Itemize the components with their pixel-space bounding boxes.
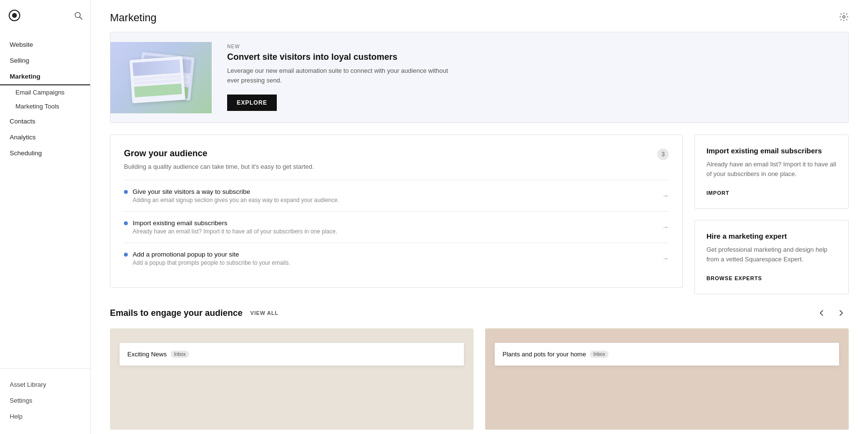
- page-title: Marketing: [110, 12, 157, 24]
- hero-badge: NEW: [227, 44, 833, 49]
- sidebar-item-website[interactable]: Website: [0, 37, 90, 53]
- email-cards-list: Exciting News Inbox Plants and pots for …: [110, 328, 849, 430]
- emails-title-row: Emails to engage your audience VIEW ALL: [110, 308, 279, 318]
- sidebar-item-selling[interactable]: Selling: [0, 53, 90, 68]
- sidebar-item-scheduling[interactable]: Scheduling: [0, 145, 90, 161]
- dot-icon-2: [124, 253, 128, 257]
- arrow-icon-1: →: [662, 223, 669, 231]
- import-button[interactable]: IMPORT: [706, 190, 730, 196]
- inbox-badge-1: Inbox: [590, 351, 608, 358]
- svg-point-1: [12, 13, 17, 18]
- grow-description: Building a quality audience can take tim…: [124, 163, 669, 170]
- dot-icon-1: [124, 221, 128, 225]
- app-logo[interactable]: [8, 9, 21, 24]
- import-subscribers-card: Import existing email subscribers Alread…: [694, 135, 849, 209]
- import-card-title: Import existing email subscribers: [706, 147, 837, 155]
- grow-audience-card: Grow your audience 3 Building a quality …: [110, 135, 683, 288]
- sidebar-item-marketing[interactable]: Marketing: [0, 68, 90, 85]
- nav-arrows: [814, 305, 849, 321]
- sidebar-item-asset-library[interactable]: Asset Library: [0, 377, 90, 393]
- inbox-badge-0: Inbox: [171, 351, 189, 358]
- grow-count-badge: 3: [657, 149, 669, 160]
- expert-card-title: Hire a marketing expert: [706, 232, 837, 240]
- hero-headline: Convert site visitors into loyal custome…: [227, 52, 833, 62]
- main-content-area: Marketing: [91, 0, 868, 434]
- expert-card-desc: Get professional marketing and design he…: [706, 245, 837, 264]
- sidebar-top: [0, 0, 90, 33]
- main-header: Marketing: [91, 0, 868, 32]
- grow-item-desc-0: Adding an email signup section gives you…: [133, 197, 339, 203]
- emails-title: Emails to engage your audience: [110, 308, 243, 318]
- sidebar-item-settings[interactable]: Settings: [0, 393, 90, 408]
- grow-item-1[interactable]: Import existing email subscribers Alread…: [124, 211, 669, 243]
- arrow-icon-2: →: [662, 255, 669, 262]
- explore-button[interactable]: EXPLORE: [227, 95, 277, 111]
- emails-header: Emails to engage your audience VIEW ALL: [110, 305, 849, 321]
- sidebar: Website Selling Marketing Email Campaign…: [0, 0, 91, 434]
- search-icon[interactable]: [74, 11, 82, 22]
- prev-arrow-button[interactable]: [814, 305, 829, 321]
- email-card-0[interactable]: Exciting News Inbox: [110, 328, 474, 430]
- email-card-1[interactable]: Plants and pots for your home Inbox: [485, 328, 849, 430]
- grow-item-2[interactable]: Add a promotional popup to your site Add…: [124, 243, 669, 274]
- sidebar-item-help[interactable]: Help: [0, 408, 90, 424]
- sidebar-item-marketing-tools[interactable]: Marketing Tools: [0, 99, 90, 113]
- hire-expert-card: Hire a marketing expert Get professional…: [694, 220, 849, 294]
- import-card-desc: Already have an email list? Import it to…: [706, 160, 837, 178]
- sidebar-item-contacts[interactable]: Contacts: [0, 113, 90, 129]
- sidebar-bottom: Asset Library Settings Help: [0, 368, 90, 434]
- main-content: NEW Convert site visitors into loyal cus…: [91, 32, 868, 434]
- sidebar-nav: Website Selling Marketing Email Campaign…: [0, 33, 90, 368]
- two-column-section: Grow your audience 3 Building a quality …: [110, 135, 849, 294]
- grow-title: Grow your audience: [124, 149, 207, 159]
- grow-audience-column: Grow your audience 3 Building a quality …: [110, 135, 683, 294]
- grow-item-title-0: Give your site visitors a way to subscri…: [133, 188, 339, 195]
- browse-experts-button[interactable]: BROWSE EXPERTS: [706, 275, 762, 281]
- grow-item-desc-2: Add a popup that prompts people to subsc…: [133, 259, 290, 266]
- hero-text: NEW Convert site visitors into loyal cus…: [212, 32, 848, 122]
- sidebar-item-analytics[interactable]: Analytics: [0, 129, 90, 145]
- email-card-label-1: Plants and pots for your home: [502, 351, 586, 358]
- hero-subtext: Leverage our new email automation suite …: [227, 66, 459, 85]
- hero-banner: NEW Convert site visitors into loyal cus…: [110, 32, 849, 123]
- emails-section: Emails to engage your audience VIEW ALL: [110, 305, 849, 430]
- grow-item-title-2: Add a promotional popup to your site: [133, 251, 290, 258]
- sidebar-item-email-campaigns[interactable]: Email Campaigns: [0, 85, 90, 99]
- svg-line-3: [80, 17, 82, 20]
- grow-item-title-1: Import existing email subscribers: [133, 219, 337, 227]
- view-all-link[interactable]: VIEW ALL: [250, 310, 279, 316]
- arrow-icon-0: →: [662, 192, 669, 200]
- grow-item-0[interactable]: Give your site visitors a way to subscri…: [124, 180, 669, 211]
- grow-items-list: Give your site visitors a way to subscri…: [124, 180, 669, 274]
- email-card-label-0: Exciting News: [127, 351, 167, 358]
- settings-icon[interactable]: [839, 12, 849, 24]
- dot-icon-0: [124, 190, 128, 194]
- next-arrow-button[interactable]: [833, 305, 849, 321]
- side-cards-column: Import existing email subscribers Alread…: [694, 135, 849, 294]
- grow-item-desc-1: Already have an email list? Import it to…: [133, 228, 337, 235]
- hero-image: [110, 42, 212, 113]
- svg-point-4: [843, 15, 845, 18]
- svg-point-2: [75, 13, 81, 18]
